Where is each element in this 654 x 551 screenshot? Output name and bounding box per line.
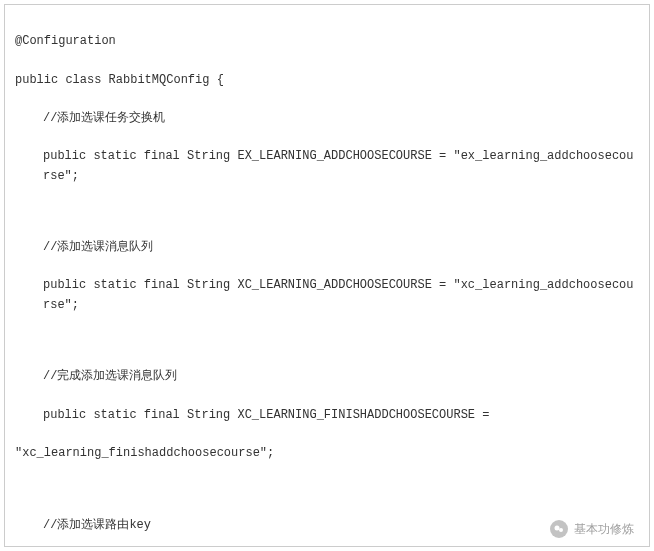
code-comment: //添加选课消息队列 [15,238,639,257]
code-block: @Configuration public class RabbitMQConf… [4,4,650,547]
code-comment: //添加选课任务交换机 [15,109,639,128]
svg-point-1 [559,528,563,532]
code-line: "xc_learning_finishaddchoosecourse"; [15,444,639,463]
blank-line [15,334,639,348]
code-line: public static final String XC_LEARNING_F… [15,406,639,425]
code-comment: //添加选课路由key [15,516,639,535]
code-line: public static final String XC_LEARNING_A… [15,276,639,314]
code-line: @Configuration [15,32,639,51]
wechat-icon [550,520,568,538]
code-line: public static final String EX_LEARNING_A… [15,147,639,185]
blank-line [15,482,639,496]
watermark: 基本功修炼 [550,520,634,539]
code-line: public class RabbitMQConfig { [15,71,639,90]
code-comment: //完成添加选课消息队列 [15,367,639,386]
svg-point-0 [555,526,560,531]
blank-line [15,205,639,219]
watermark-text: 基本功修炼 [574,520,634,539]
